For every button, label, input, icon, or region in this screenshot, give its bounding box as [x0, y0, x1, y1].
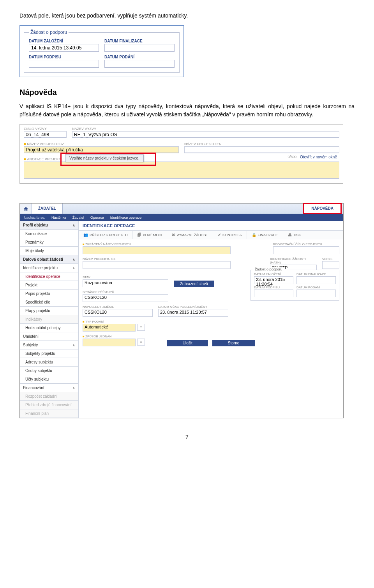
- list-icon[interactable]: ≡: [137, 324, 145, 331]
- input-reg-cislo: [273, 246, 339, 254]
- sidebar-item[interactable]: Poznámky: [20, 238, 78, 247]
- sidebar-section-label: Identifikace projektu: [23, 266, 58, 270]
- sidebar-section-financovani[interactable]: Financování ∧: [20, 384, 78, 392]
- tool-label: KONTROLA: [222, 233, 242, 237]
- sidebar-item[interactable]: Popis projektu: [20, 290, 78, 298]
- input-datum-zmeny: 23. února 2015 11:20:57: [158, 309, 228, 317]
- label-spravce: SPRÁVCE PŘÍSTUPŮ: [83, 290, 168, 294]
- label-datum-podpisu: DATUM PODPISU: [29, 55, 99, 59]
- tool-tisk[interactable]: 🖶TISK: [283, 231, 306, 239]
- chevron-up-icon: ∧: [72, 386, 75, 390]
- input-box-finalizace: [296, 276, 336, 284]
- tab-zadatel[interactable]: ŽADATEL: [32, 204, 63, 214]
- copy-icon: 🗐: [138, 233, 141, 237]
- sidebar-item: Indikátory: [20, 315, 78, 324]
- label-box-podani: DATUM PODÁNÍ: [296, 286, 336, 289]
- sidebar: Profil objektu ∧ Komunikace Poznámky Moj…: [20, 221, 78, 418]
- sidebar-item[interactable]: Adresy subjektu: [20, 358, 78, 367]
- button-ulozit[interactable]: Uložit: [167, 340, 208, 346]
- zadost-box: Žádost o podporu DATUM ZALOŽENÍ 23. únor…: [251, 270, 339, 301]
- input-datum-zalozeni: [29, 44, 99, 52]
- tool-kontrola[interactable]: ✔KONTROLA: [213, 231, 247, 239]
- sidebar-item[interactable]: Projekt: [20, 281, 78, 290]
- sidebar-item[interactable]: Osoby subjektu: [20, 367, 78, 375]
- screenshot-fieldset-box: Žádost o podporu DATUM ZALOŽENÍ DATUM FI…: [19, 25, 184, 77]
- page-number: 7: [19, 434, 355, 440]
- label-zpusob-jednani: ZPŮSOB JEDNÁNÍ: [83, 335, 145, 338]
- input-cislo-vyzvy: 06_14_498: [24, 131, 67, 138]
- tool-label: FINALIZACE: [258, 233, 278, 237]
- tooltip: Vyplňte název projektu v českém jazyce.: [65, 154, 144, 162]
- button-zobrazeni-stavu[interactable]: Zobrazení stavů: [174, 281, 214, 287]
- print-icon: 🖶: [288, 233, 292, 237]
- label-box-podpis: DATUM PODPISU: [254, 286, 293, 289]
- sidebar-section-label: Datová oblast žádosti: [23, 257, 63, 262]
- heading-napoveda: Nápověda: [19, 88, 355, 97]
- button-storno[interactable]: Storno: [212, 340, 255, 346]
- input-nazev-cz: [83, 261, 231, 269]
- tool-vymazat[interactable]: ✖VYMAZAT ŽÁDOST: [167, 231, 213, 239]
- tool-plne-moci[interactable]: 🗐PLNÉ MOCI: [133, 231, 168, 239]
- breadcrumb-item[interactable]: Nástěnka: [51, 216, 66, 219]
- sidebar-section-datova[interactable]: Datová oblast žádosti ∧: [20, 255, 78, 264]
- label-datum-zalozeni: DATUM ZALOŽENÍ: [29, 39, 99, 43]
- sidebar-item[interactable]: Horizontální principy: [20, 324, 78, 332]
- label-cislo-vyzvy: ČÍSLO VÝZVY: [24, 127, 67, 131]
- sidebar-item[interactable]: Účty subjektu: [20, 375, 78, 384]
- sidebar-section-subjekty[interactable]: Subjekty ∧: [20, 341, 78, 349]
- input-box-podani: [296, 290, 336, 297]
- body-paragraph: V aplikaci IS KP14+ jsou k dispozici dva…: [19, 102, 355, 119]
- home-tab[interactable]: [20, 204, 32, 214]
- input-verze: [322, 261, 339, 269]
- sidebar-item[interactable]: Specifické cíle: [20, 298, 78, 307]
- sidebar-item[interactable]: Etapy projektu: [20, 307, 78, 315]
- label-nazev-cz: NÁZEV PROJEKTU CZ: [83, 257, 231, 261]
- intro-paragraph: Datová pole, která jsou bez podbarvení, …: [19, 12, 355, 20]
- label-reg-cislo: REGISTRAČNÍ ČÍSLO PROJEKTU: [273, 242, 339, 246]
- input-stav: Rozpracována: [83, 279, 168, 287]
- sidebar-item[interactable]: Komunikace: [20, 230, 78, 238]
- input-datum-finalizace: [104, 44, 175, 52]
- open-new-window-link[interactable]: Otevřít v novém okně: [300, 155, 337, 159]
- screenshot-tooltip: ČÍSLO VÝZVY 06_14_498 NÁZEV VÝZVY RE_1_V…: [19, 124, 343, 184]
- check-icon: ✔: [218, 233, 221, 237]
- tool-pristup[interactable]: 👥PŘÍSTUP K PROJEKTU: [79, 231, 133, 239]
- users-icon: 👥: [83, 233, 88, 237]
- sidebar-item-identifikace-operace[interactable]: Identifikace operace: [20, 272, 78, 281]
- sidebar-item[interactable]: Moje úkoly: [20, 247, 78, 255]
- chevron-up-icon: ∧: [72, 223, 75, 227]
- label-datum-zmeny: DATUM A ČAS POSLEDNÍ ZMĚNY: [158, 305, 228, 309]
- input-nazev-en[interactable]: [184, 146, 339, 153]
- sidebar-section-umisteni[interactable]: Umístění: [20, 332, 78, 341]
- breadcrumb-item[interactable]: Operace: [90, 216, 104, 219]
- sidebar-item[interactable]: Subjekty projektu: [20, 349, 78, 358]
- topbar: ŽADATEL NÁPOVĚDA: [20, 204, 343, 214]
- sidebar-section-ident[interactable]: Identifikace projektu ∧: [20, 264, 78, 272]
- sidebar-item: Přehled zdrojů financování: [20, 401, 78, 409]
- tool-label: PŘÍSTUP K PROJEKTU: [90, 233, 128, 237]
- tool-finalizace[interactable]: 🔒FINALIZACE: [247, 231, 283, 239]
- screenshot-app: ŽADATEL NÁPOVĚDA Nacházíte se: Nástěnka …: [19, 203, 344, 418]
- label-datum-podani: DATUM PODÁNÍ: [104, 55, 175, 59]
- breadcrumb-item[interactable]: Žadatel: [72, 216, 84, 219]
- toolbar: 👥PŘÍSTUP K PROJEKTU 🗐PLNÉ MOCI ✖VYMAZAT …: [79, 231, 343, 239]
- sidebar-section-label: Financování: [23, 386, 44, 390]
- label-typ-podani: TYP PODÁNÍ: [83, 320, 145, 323]
- label-verze: VERZE: [322, 257, 339, 261]
- sidebar-section-label: Profil objektu: [23, 223, 48, 227]
- tab-napoveda[interactable]: NÁPOVĚDA: [303, 203, 342, 214]
- label-nazev-cz: NÁZEV PROJEKTU CZ: [24, 142, 179, 146]
- input-zkraceny-nazev[interactable]: [83, 246, 231, 254]
- sidebar-section-label: Subjekty: [23, 343, 38, 347]
- input-typ-podani[interactable]: Automatické: [83, 324, 136, 332]
- chevron-up-icon: ∧: [72, 343, 75, 347]
- label-stav: STAV: [83, 276, 168, 279]
- sidebar-section-profil[interactable]: Profil objektu ∧: [20, 221, 78, 230]
- label-box-zalozeni: DATUM ZALOŽENÍ: [254, 272, 293, 276]
- chevron-up-icon: ∧: [72, 258, 75, 262]
- sidebar-section-label: Umístění: [23, 334, 39, 339]
- box-legend: Žádost o podporu: [253, 267, 284, 271]
- input-box-podpis: [254, 290, 293, 297]
- main-panel: IDENTIFIKACE OPERACE 👥PŘÍSTUP K PROJEKTU…: [78, 221, 343, 418]
- fieldset-legend: Žádost o podporu: [29, 30, 69, 35]
